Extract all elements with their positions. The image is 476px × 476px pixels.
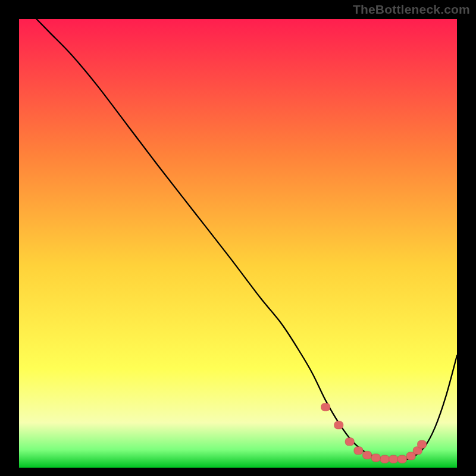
optimal-marker xyxy=(321,403,330,411)
optimal-marker xyxy=(345,438,354,446)
optimal-marker xyxy=(363,451,372,459)
optimal-marker xyxy=(389,455,398,463)
optimal-marker xyxy=(334,421,343,429)
chart-stage: TheBottleneck.com xyxy=(0,0,476,476)
optimal-marker xyxy=(398,455,407,463)
optimal-marker xyxy=(354,447,363,455)
bottleneck-chart xyxy=(0,0,476,476)
optimal-marker xyxy=(380,455,389,463)
optimal-marker xyxy=(371,454,380,462)
optimal-marker xyxy=(418,440,427,448)
gradient-panel xyxy=(19,19,457,468)
